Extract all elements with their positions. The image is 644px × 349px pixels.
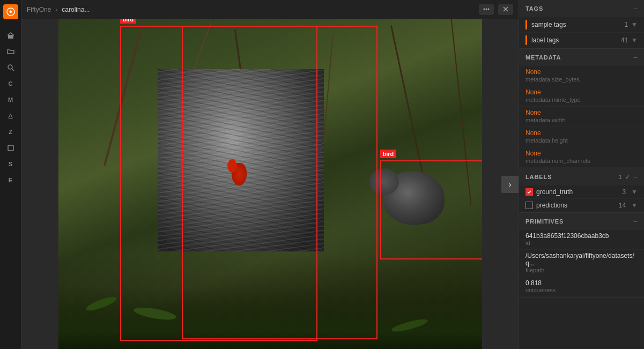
label-name-predictions: predictions xyxy=(536,202,616,209)
top-bar-subtitle: carolina... xyxy=(62,6,90,13)
svg-rect-4 xyxy=(8,145,13,151)
primitive-row-id: 641b3a8653f12306cbaab3cb id xyxy=(519,230,644,250)
meta-key-2: metadata.width xyxy=(525,117,638,123)
primitive-value-uniqueness: 0.818 xyxy=(525,279,638,287)
sidebar-icon-square[interactable] xyxy=(3,140,18,155)
meta-key-1: metadata.mime_type xyxy=(525,96,638,103)
top-bar-right xyxy=(479,4,513,15)
primitives-section: PRIMITIVES − 641b3a8653f12306cbaab3cb id… xyxy=(519,213,644,298)
labels-remove-btn[interactable]: − xyxy=(633,173,638,181)
nav-icons: C M Δ Z S E xyxy=(3,28,18,188)
meta-value-2: None xyxy=(525,109,638,116)
next-image-button[interactable]: › xyxy=(501,176,519,193)
label-checkbox-predictions[interactable] xyxy=(525,202,533,209)
labels-header: LABELS 1 ✓ − xyxy=(519,168,644,185)
image-container: bird bird › xyxy=(21,19,519,349)
meta-key-0: metadata.size_bytes xyxy=(525,76,638,83)
tag-dropdown-label[interactable]: ▼ xyxy=(631,36,638,44)
tags-header: TAGS − xyxy=(519,0,644,17)
meta-row-3: None metadata.height xyxy=(519,127,644,147)
bird2-head xyxy=(369,168,399,195)
svg-line-3 xyxy=(12,69,14,71)
svg-rect-1 xyxy=(8,35,13,39)
label-row-predictions[interactable]: predictions 14 ▼ xyxy=(519,199,644,212)
tag-row-sample: sample tags 1 ▼ xyxy=(519,17,644,33)
top-bar-separator: › xyxy=(55,6,57,13)
meta-value-4: None xyxy=(525,150,638,157)
label-expand-ground-truth[interactable]: ▼ xyxy=(631,188,638,196)
svg-point-6 xyxy=(486,8,487,10)
meta-value-0: None xyxy=(525,68,638,76)
primitive-row-filepath: /Users/sashankaryal/fiftyone/datasets/q.… xyxy=(519,250,644,277)
label-name-ground-truth: ground_truth xyxy=(536,188,619,196)
sidebar-icon-folder[interactable] xyxy=(3,44,18,59)
fg-foliage xyxy=(58,286,482,350)
label-checkbox-ground-truth[interactable] xyxy=(525,188,533,196)
top-bar: FiftyOne › carolina... xyxy=(21,0,519,19)
meta-key-4: metadata.num_channels xyxy=(525,158,638,164)
primitives-header: PRIMITIVES − xyxy=(519,213,644,230)
check-icon: ✓ xyxy=(625,174,630,181)
tag-name-sample: sample tags xyxy=(531,21,624,28)
label-count-ground-truth: 3 xyxy=(622,188,626,196)
meta-row-0: None metadata.size_bytes xyxy=(519,66,644,86)
svg-point-7 xyxy=(488,8,490,10)
meta-row-4: None metadata.num_channels xyxy=(519,147,644,168)
svg-point-2 xyxy=(8,65,12,69)
primitives-collapse-btn[interactable]: − xyxy=(633,217,638,226)
sidebar-icon-m[interactable]: M xyxy=(3,92,18,107)
svg-point-5 xyxy=(484,8,485,10)
app-name: FiftyOne xyxy=(27,6,51,13)
sidebar-icon-e[interactable]: E xyxy=(3,173,18,188)
chicken-comb xyxy=(227,159,237,173)
labels-count: 1 xyxy=(619,174,622,180)
tag-name-label: label tags xyxy=(531,36,621,44)
primitive-key-uniqueness: uniqueness xyxy=(525,287,638,293)
primitive-value-filepath: /Users/sashankaryal/fiftyone/datasets/q.… xyxy=(525,252,638,267)
right-panel: TAGS − sample tags 1 ▼ label tags 41 ▼ M… xyxy=(519,0,644,349)
sidebar-icon-home[interactable] xyxy=(3,28,18,43)
label-expand-predictions[interactable]: ▼ xyxy=(631,202,638,209)
sidebar-icon-c[interactable]: C xyxy=(3,76,18,91)
meta-key-3: metadata.height xyxy=(525,137,638,144)
tag-color-bar-label xyxy=(525,35,527,45)
chicken-main xyxy=(158,69,324,251)
tag-color-bar-sample xyxy=(525,20,527,29)
tag-dropdown-sample[interactable]: ▼ xyxy=(631,21,638,28)
top-bar-btn-1[interactable] xyxy=(479,4,494,15)
metadata-header: METADATA − xyxy=(519,49,644,66)
tags-title: TAGS xyxy=(525,5,543,12)
main-content: FiftyOne › carolina... xyxy=(21,0,519,349)
bird-image: bird bird xyxy=(58,19,482,349)
label-count-predictions: 14 xyxy=(619,202,626,209)
top-bar-btn-2[interactable] xyxy=(498,4,513,15)
sidebar-icon-delta[interactable]: Δ xyxy=(3,108,18,123)
meta-value-1: None xyxy=(525,88,638,96)
metadata-title: METADATA xyxy=(525,54,561,61)
sidebar-icon-z[interactable]: Z xyxy=(3,124,18,139)
sidebar-icon-search[interactable] xyxy=(3,60,18,75)
label-row-ground-truth[interactable]: ground_truth 3 ▼ xyxy=(519,185,644,199)
primitive-key-filepath: filepath xyxy=(525,267,638,273)
labels-section: LABELS 1 ✓ − ground_truth 3 ▼ prediction… xyxy=(519,168,644,213)
metadata-collapse-btn[interactable]: − xyxy=(633,53,638,62)
tag-row-label: label tags 41 ▼ xyxy=(519,33,644,48)
primitives-title: PRIMITIVES xyxy=(525,218,564,225)
sidebar-icon-s[interactable]: S xyxy=(3,157,18,172)
meta-value-3: None xyxy=(525,129,638,137)
primitive-row-uniqueness: 0.818 uniqueness xyxy=(519,277,644,297)
primitive-key-id: id xyxy=(525,240,638,246)
labels-title: LABELS xyxy=(525,174,552,180)
app-logo xyxy=(3,4,18,19)
tag-count-label: 41 xyxy=(621,36,628,44)
meta-row-1: None metadata.mime_type xyxy=(519,86,644,107)
tags-section: TAGS − sample tags 1 ▼ label tags 41 ▼ xyxy=(519,0,644,49)
chicken-pattern-2 xyxy=(158,69,324,251)
left-sidebar: C M Δ Z S E xyxy=(0,0,21,349)
meta-row-2: None metadata.width xyxy=(519,107,644,127)
primitive-value-id: 641b3a8653f12306cbaab3cb xyxy=(525,232,638,240)
tag-count-sample: 1 xyxy=(624,21,628,28)
metadata-section: METADATA − None metadata.size_bytes None… xyxy=(519,49,644,168)
viewer-area: bird bird › xyxy=(21,19,519,349)
tags-collapse-btn[interactable]: − xyxy=(633,4,638,13)
